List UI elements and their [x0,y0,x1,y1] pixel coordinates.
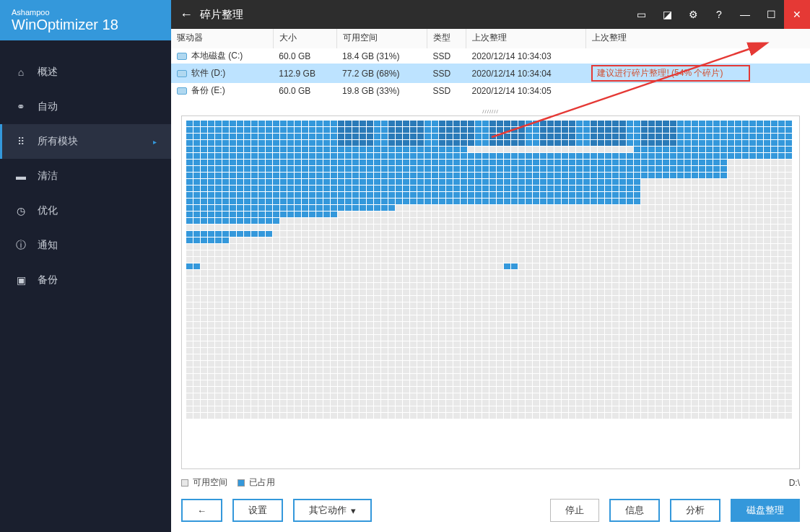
sidebar: Ashampoo WinOptimizer 18 ⌂概述⚭自动⠿所有模块▸▬清洁… [0,0,171,532]
legend-drive: D:\ [789,478,800,488]
visualization-area: /////// [181,108,800,469]
nav-label: 优化 [38,204,58,217]
col-drive[interactable]: 驱动器 [171,29,273,48]
defrag-recommendation: 建议进行碎片整理! (54% 个碎片) [591,65,750,82]
legend: 可用空间 已占用 D:\ [171,472,810,492]
nav-item-3[interactable]: ▬清洁 [0,159,171,193]
resize-handle[interactable]: /////// [181,108,800,115]
col-free[interactable]: 可用空间 [336,29,427,48]
help-icon[interactable]: ? [706,0,732,29]
nav: ⌂概述⚭自动⠿所有模块▸▬清洁◷优化ⓘ通知▣备份 [0,40,171,297]
app-logo: Ashampoo WinOptimizer 18 [0,0,171,40]
drive-icon [177,53,187,60]
legend-free-label: 可用空间 [193,476,227,489]
stop-button[interactable]: 停止 [550,499,599,522]
col-type[interactable]: 类型 [427,29,466,48]
auto-icon: ⚭ [14,100,27,113]
disk-map [181,115,800,469]
other-actions-button[interactable]: 其它动作 ▾ [293,499,372,522]
nav-item-0[interactable]: ⌂概述 [0,55,171,90]
titlebar: ← 碎片整理 ▭ ◪ ⚙ ? — ☐ ✕ [171,0,810,29]
nav-item-5[interactable]: ⓘ通知 [0,228,171,263]
legend-free-swatch [181,479,188,487]
note-icon[interactable]: ◪ [654,0,680,29]
gear-icon[interactable]: ⚙ [680,0,706,29]
settings-button[interactable]: 设置 [232,499,283,522]
content-area: 驱动器 大小 可用空间 类型 上次整理 上次整理 本地磁盘 (C:)60.0 G… [171,29,810,532]
nav-item-6[interactable]: ▣备份 [0,263,171,297]
clean-icon: ▬ [14,170,27,183]
nav-label: 概述 [38,66,58,79]
nav-item-1[interactable]: ⚭自动 [0,90,171,124]
nav-label: 自动 [38,100,58,113]
other-actions-label: 其它动作 [309,504,347,517]
drive-icon [177,87,187,95]
back-icon[interactable]: ← [180,7,193,22]
main-panel: ← 碎片整理 ▭ ◪ ⚙ ? — ☐ ✕ 驱动器 大小 可用空间 类型 上次整理… [171,0,810,532]
col-last2[interactable]: 上次整理 [585,29,810,48]
nav-label: 所有模块 [38,135,78,148]
info-button[interactable]: 信息 [609,499,660,522]
chevron-right-icon: ▸ [153,138,157,146]
drive-icon [177,70,187,77]
modules-icon: ⠿ [14,135,27,148]
maximize-icon[interactable]: ☐ [758,0,784,29]
brand-small: Ashampoo [12,8,160,17]
nav-label: 清洁 [38,170,58,183]
col-size[interactable]: 大小 [273,29,336,48]
close-icon[interactable]: ✕ [784,0,810,29]
defrag-button[interactable]: 磁盘整理 [731,499,800,522]
nav-label: 备份 [38,274,58,287]
drive-table: 驱动器 大小 可用空间 类型 上次整理 上次整理 本地磁盘 (C:)60.0 G… [171,29,810,98]
nav-item-4[interactable]: ◷优化 [0,193,171,228]
legend-used-swatch [238,479,245,487]
page-title: 碎片整理 [200,8,243,22]
drive-row[interactable]: 备份 (E:)60.0 GB19.8 GB (33%)SSD2020/12/14… [171,83,810,98]
drive-row[interactable]: 本地磁盘 (C:)60.0 GB18.4 GB (31%)SSD2020/12/… [171,48,810,64]
backup-icon: ▣ [14,274,27,287]
nav-item-2[interactable]: ⠿所有模块▸ [0,124,171,159]
optimize-icon: ◷ [14,204,27,217]
analyze-button[interactable]: 分析 [670,499,720,522]
legend-used-label: 已占用 [249,476,275,489]
col-last1[interactable]: 上次整理 [466,29,585,48]
drive-row[interactable]: 软件 (D:)112.9 GB77.2 GB (68%)SSD2020/12/1… [171,64,810,83]
chat-icon[interactable]: ▭ [628,0,654,29]
back-button[interactable]: ← [181,499,222,522]
home-icon: ⌂ [14,66,27,79]
button-bar: ← 设置 其它动作 ▾ 停止 信息 分析 磁盘整理 [171,492,810,532]
minimize-icon[interactable]: — [732,0,758,29]
chevron-down-icon: ▾ [351,505,356,516]
brand-main: WinOptimizer 18 [12,17,160,33]
nav-label: 通知 [38,239,58,252]
notify-icon: ⓘ [14,239,27,252]
